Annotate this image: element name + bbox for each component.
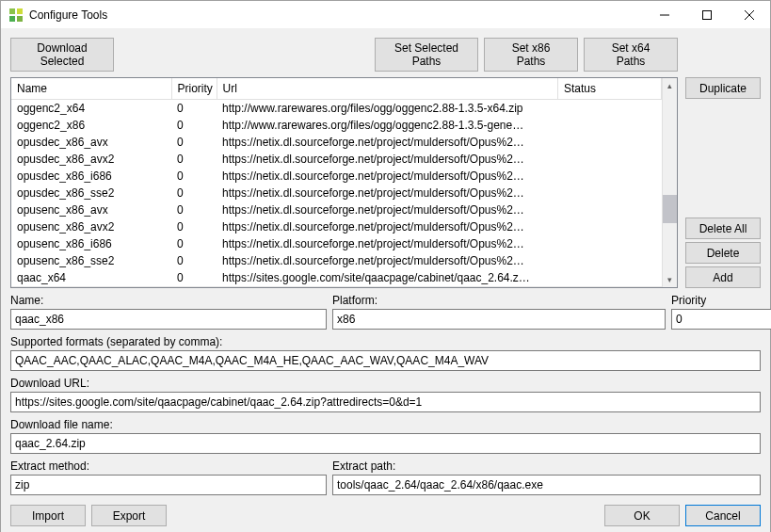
tools-grid[interactable]: Name Priority Url Status oggenc2_x640htt… xyxy=(10,77,678,288)
scroll-up-icon[interactable]: ▴ xyxy=(663,78,677,93)
cell-name: qaac_x86 xyxy=(11,286,171,287)
table-row[interactable]: qaac_x640https://sites.google.com/site/q… xyxy=(11,269,662,286)
cell-priority: 0 xyxy=(171,235,217,252)
name-input[interactable] xyxy=(10,309,327,330)
window: Configure Tools Download Selected Set Se… xyxy=(0,0,771,532)
svg-rect-5 xyxy=(702,10,711,19)
duplicate-button[interactable]: Duplicate xyxy=(685,77,761,99)
table-row[interactable]: opusenc_x86_sse20https://netix.dl.source… xyxy=(11,252,662,269)
table-row[interactable]: opusenc_x86_avx0https://netix.dl.sourcef… xyxy=(11,202,662,218)
close-button[interactable] xyxy=(728,1,770,28)
cell-url: https://sites.google.com/site/qaacpage/c… xyxy=(217,269,558,286)
side-buttons: Duplicate Delete All Delete Add xyxy=(685,77,761,288)
cell-name: opusenc_x86_i686 xyxy=(11,235,171,252)
svg-rect-3 xyxy=(17,16,23,22)
formats-input[interactable] xyxy=(10,350,761,371)
export-button[interactable]: Export xyxy=(91,505,167,526)
top-toolbar: Download Selected Set Selected Paths Set… xyxy=(10,38,761,72)
cell-status xyxy=(558,252,662,269)
col-status-header[interactable]: Status xyxy=(558,78,662,100)
download-file-input[interactable] xyxy=(10,433,761,454)
cell-url: https://netix.dl.sourceforge.net/project… xyxy=(217,134,558,151)
download-selected-button[interactable]: Download Selected xyxy=(10,38,114,72)
table-row[interactable]: opusenc_x86_i6860https://netix.dl.source… xyxy=(11,235,662,252)
cell-url: https://sites.google.com/site/qaacpage/c… xyxy=(217,286,558,287)
cell-url: https://netix.dl.sourceforge.net/project… xyxy=(217,185,558,202)
extract-path-label: Extract path: xyxy=(332,459,761,473)
table-row[interactable]: oggenc2_x640http://www.rarewares.org/fil… xyxy=(11,100,662,118)
cell-url: https://netix.dl.sourceforge.net/project… xyxy=(217,252,558,269)
cell-status xyxy=(558,168,662,185)
name-label: Name: xyxy=(10,294,327,307)
table-row[interactable]: opusdec_x86_i6860https://netix.dl.source… xyxy=(11,168,662,185)
col-url-header[interactable]: Url xyxy=(217,78,558,100)
maximize-button[interactable] xyxy=(685,1,728,28)
cell-priority: 0 xyxy=(171,286,217,287)
cell-status xyxy=(558,151,662,168)
content-row: Name Priority Url Status oggenc2_x640htt… xyxy=(10,77,761,288)
cell-priority: 0 xyxy=(171,218,217,235)
scroll-down-icon[interactable]: ▾ xyxy=(663,272,677,287)
cell-priority: 0 xyxy=(171,134,217,151)
grid-header-row: Name Priority Url Status xyxy=(11,78,662,100)
import-button[interactable]: Import xyxy=(10,505,86,526)
window-title: Configure Tools xyxy=(29,8,643,22)
cell-name: opusdec_x86_avx xyxy=(11,134,171,151)
table-row[interactable]: opusdec_x86_avx0https://netix.dl.sourcef… xyxy=(11,134,662,151)
extract-method-input[interactable] xyxy=(10,475,327,495)
platform-input[interactable] xyxy=(332,309,666,330)
col-priority-header[interactable]: Priority xyxy=(171,78,217,100)
cell-url: https://netix.dl.sourceforge.net/project… xyxy=(217,235,558,252)
cell-status xyxy=(558,269,662,286)
cell-name: opusdec_x86_sse2 xyxy=(11,185,171,202)
cell-name: opusenc_x86_avx2 xyxy=(11,218,171,235)
delete-button[interactable]: Delete xyxy=(685,242,761,264)
cancel-button[interactable]: Cancel xyxy=(685,505,761,526)
cell-name: oggenc2_x64 xyxy=(11,100,171,118)
download-url-input[interactable] xyxy=(10,392,761,412)
app-icon xyxy=(8,8,24,23)
table-row[interactable]: opusenc_x86_avx20https://netix.dl.source… xyxy=(11,218,662,235)
cell-status xyxy=(558,100,662,118)
cell-priority: 0 xyxy=(171,100,217,118)
cell-status xyxy=(558,134,662,151)
footer-row: Import Export OK Cancel xyxy=(10,501,761,526)
table-row[interactable]: opusdec_x86_avx20https://netix.dl.source… xyxy=(11,151,662,168)
cell-url: http://www.rarewares.org/files/ogg/oggen… xyxy=(217,100,558,118)
cell-status xyxy=(558,218,662,235)
extract-path-input[interactable] xyxy=(332,475,761,495)
cell-priority: 0 xyxy=(171,168,217,185)
cell-url: https://netix.dl.sourceforge.net/project… xyxy=(217,218,558,235)
cell-status xyxy=(558,185,662,202)
cell-priority: 0 xyxy=(171,202,217,218)
set-x64-paths-button[interactable]: Set x64 Paths xyxy=(584,38,678,72)
scrollbar[interactable]: ▴ ▾ xyxy=(662,78,677,287)
window-buttons xyxy=(643,1,770,28)
ok-button[interactable]: OK xyxy=(604,505,680,526)
download-url-label: Download URL: xyxy=(10,377,761,390)
table-row[interactable]: oggenc2_x860http://www.rarewares.org/fil… xyxy=(11,117,662,134)
minimize-button[interactable] xyxy=(643,1,685,28)
cell-status xyxy=(558,202,662,218)
cell-priority: 0 xyxy=(171,185,217,202)
titlebar: Configure Tools xyxy=(1,1,770,28)
cell-priority: 0 xyxy=(171,151,217,168)
priority-label: Priority xyxy=(671,294,771,307)
set-x86-paths-button[interactable]: Set x86 Paths xyxy=(484,38,578,72)
col-name-header[interactable]: Name xyxy=(11,78,171,100)
set-selected-paths-button[interactable]: Set Selected Paths xyxy=(375,38,478,72)
add-button[interactable]: Add xyxy=(685,266,761,288)
cell-name: qaac_x64 xyxy=(11,269,171,286)
table-row[interactable]: opusdec_x86_sse20https://netix.dl.source… xyxy=(11,185,662,202)
form-row-name-platform-priority: Name: Platform: Priority ▲ ▼ xyxy=(10,294,761,330)
table-row[interactable]: qaac_x860https://sites.google.com/site/q… xyxy=(11,286,662,287)
cell-url: https://netix.dl.sourceforge.net/project… xyxy=(217,168,558,185)
svg-rect-1 xyxy=(17,8,23,14)
priority-input[interactable] xyxy=(671,309,771,330)
priority-spinner[interactable]: ▲ ▼ xyxy=(671,309,771,330)
platform-label: Platform: xyxy=(332,294,666,307)
cell-url: https://netix.dl.sourceforge.net/project… xyxy=(217,151,558,168)
download-file-label: Download file name: xyxy=(10,418,761,431)
scroll-thumb[interactable] xyxy=(663,195,677,223)
delete-all-button[interactable]: Delete All xyxy=(685,218,761,239)
